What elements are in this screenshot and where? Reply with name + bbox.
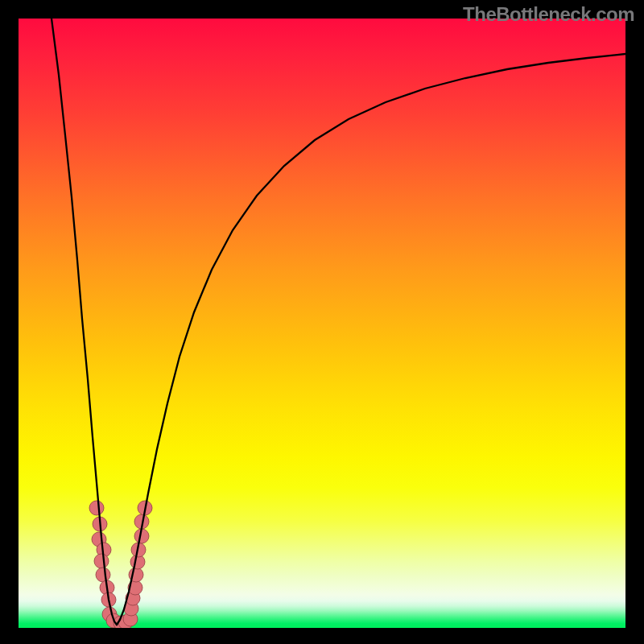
data-point-dot	[89, 501, 104, 515]
curve-left-branch	[52, 19, 117, 625]
curve-layer	[19, 19, 625, 628]
data-point-dot	[94, 554, 109, 568]
plot-area	[19, 19, 625, 628]
data-point-dot	[96, 568, 110, 582]
watermark-text: TheBottleneck.com	[463, 3, 634, 26]
chart-frame: TheBottleneck.com	[0, 0, 644, 644]
curve-right-branch	[117, 54, 625, 625]
